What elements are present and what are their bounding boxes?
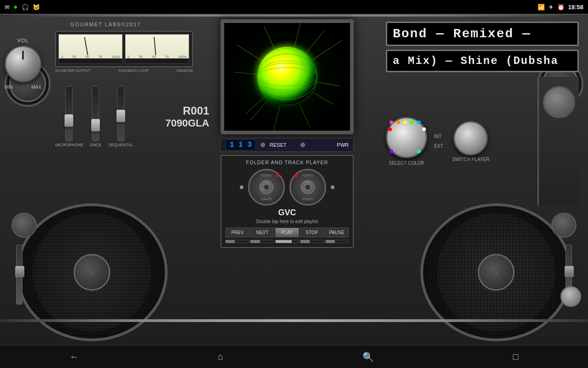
switch-player-knob[interactable] [453,121,488,155]
left-side-knob[interactable] [11,213,37,238]
left-reel-dot [277,174,280,177]
vu-needle-area-right [125,34,189,55]
slider-once-thumb[interactable] [91,119,100,132]
right-reel-hub: ⚙ [301,180,315,194]
vu-section: 0305070100% 0305070100% VU-METER OUTPUT [55,31,193,73]
nav-home-button[interactable]: ⌂ [209,349,232,364]
color-dot-red [388,127,392,131]
color-dot-pink [390,121,393,124]
reel-left-connector [240,185,243,189]
model-num: 7090GLA [165,117,209,129]
vu-scale-left: 0305070100% [59,55,122,58]
controls-row: SELECT COLOR INT EXT SWITCH PLAYER [386,77,579,206]
wifi-icon: 📶 [537,4,545,11]
switch-player-label: SWITCH PLAYER [452,157,489,162]
color-selector-label: SELECT COLOR [389,161,424,166]
status-bar: ✉ ● 🎧 🐱 📶 ✈ ⏰ 18:58 [0,0,588,14]
color-knob-section: SELECT COLOR [386,117,427,166]
center-display: 1 1 3 RESET PWR FOLDER AND TRACK PLAYER … [211,15,377,203]
vol-knob[interactable] [5,46,41,82]
slider-microphone: MICROPHONE [55,86,83,147]
reset-button[interactable]: RESET [270,142,287,148]
color-knob[interactable] [386,117,427,158]
slider-sequential-label: SEQUENTAL [108,143,133,147]
right-reel-dot [294,174,298,177]
cat-icon: 🐱 [33,4,40,11]
color-dot-green [410,121,414,124]
vu-labels: VU-METER OUTPUT PLAYBACK LOOP RANDOM [55,69,193,73]
left-panel: GOURMET LABS©2017 VOL MIN MAX [0,15,211,203]
vol-max-label: MAX [31,85,41,90]
left-reel-center [264,184,269,190]
slider-sequential: SEQUENTAL [108,86,133,147]
boombox: ♪ ♪ GOURMET LABS©2017 VOL MIN MAX [0,14,588,345]
slider-sequential-thumb[interactable] [116,109,125,122]
vu-scale-right: 0305070100% [125,55,189,58]
chrome-strip [0,319,588,322]
pwr-button[interactable]: PWR [337,142,349,148]
vu-container: 0305070100% 0305070100% [55,31,193,67]
brand-label: GOURMET LABS©2017 [7,22,204,27]
nav-recents-button[interactable]: □ [504,349,528,364]
counter-digits: 1 1 3 [226,139,256,150]
right-panel-decorative [537,77,579,206]
vol-min-max: MIN MAX [5,85,41,90]
right-reel[interactable]: FERRO SUPER ⚙ [289,169,326,206]
right-reel-center [305,184,311,190]
color-dot-blue [417,121,421,124]
vu-needle-area-left [59,34,122,55]
color-dot-cyan [417,150,421,153]
right-speaker-center: ♪ [478,254,514,291]
vol-section: VOL MIN MAX [5,38,41,90]
pwr-dot [300,143,305,147]
slider-sequential-track[interactable] [117,86,124,141]
color-dot-orange [396,121,400,124]
color-dot-white [422,127,426,131]
vu-needle-right [153,37,156,55]
vu-needle-left [84,37,88,55]
reset-dot [260,143,265,147]
reel-right-connector [331,185,334,189]
folder-player-title: FOLDER AND TRACK PLAYER [225,160,349,165]
bottom-section: ♪ ♪ [0,203,588,346]
slider-microphone-track[interactable] [65,86,73,141]
switch-knob-section: SWITCH PLAYER [452,121,489,162]
right-large-knob-top[interactable] [543,86,575,118]
color-dot-purple [390,150,393,153]
vu-random-label: RANDOM [176,69,193,73]
slider-microphone-label: MICROPHONE [55,143,83,147]
status-time: 18:58 [568,4,583,11]
airplane-icon: ✈ [548,4,554,11]
vol-label: VOL [17,38,28,43]
vu-output-label: VU-METER OUTPUT [55,69,90,73]
email-icon: ✉ [5,4,10,11]
model-r: R001 [165,104,209,117]
led-display-1: Bond — Remixed — [386,22,579,46]
headphones-icon: 🎧 [22,4,29,11]
led-text-2: a Mix) — Shine (Dubsha [393,55,559,67]
left-reel[interactable]: FERRO SUPER ⚙ [248,169,285,206]
nav-bar: ← ⌂ 🔍 □ [0,345,588,368]
int-label: INT [434,134,443,139]
nav-back-button[interactable]: ← [60,349,88,364]
left-side-slider [16,245,23,305]
led-text-1: Bond — Remixed — [393,27,531,41]
slider-once-track[interactable] [92,86,99,141]
int-ext-labels: INT EXT [434,134,443,149]
left-speaker-logo: ♪ [90,269,94,276]
reel-left-bottom-text: SUPER [249,197,283,201]
right-side-slider-thumb[interactable] [565,266,574,277]
left-speaker-center: ♪ [74,254,110,291]
top-section: GOURMET LABS©2017 VOL MIN MAX [0,15,588,203]
nav-search-button[interactable]: 🔍 [353,349,383,365]
status-left: ✉ ● 🎧 🐱 [5,3,40,11]
right-side-knob[interactable] [551,213,577,238]
vu-meter-right: 0305070100% [125,34,189,64]
alarm-icon: ⏰ [557,4,565,11]
right-panel-knob-1[interactable] [560,286,581,307]
ext-label: EXT [434,144,443,149]
slider-microphone-thumb[interactable] [64,114,74,127]
left-side-slider-thumb[interactable] [15,266,24,277]
svg-point-15 [257,47,317,107]
model-display: R001 7090GLA [165,104,209,129]
